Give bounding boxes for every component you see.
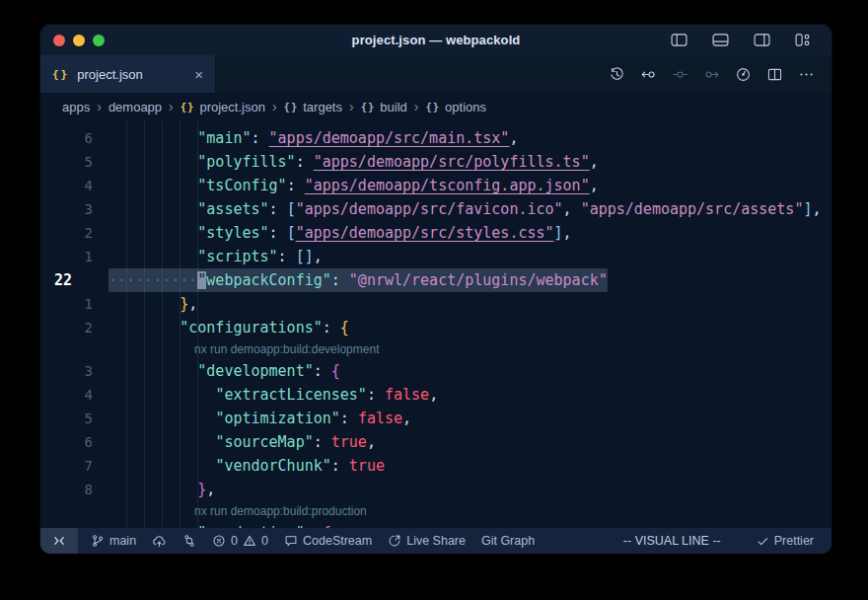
code-line[interactable]: 2 "configurations": {	[40, 316, 832, 339]
tab-bar: {} project.json ×	[40, 55, 832, 93]
line-number: 4	[85, 174, 93, 197]
status-item-problems[interactable]: 00	[204, 528, 276, 554]
breadcrumb-label: demoapp	[108, 100, 162, 114]
code-line[interactable]: 1 },	[40, 292, 832, 316]
customize-layout-button[interactable]	[790, 27, 817, 53]
more-actions-button[interactable]	[793, 61, 820, 88]
code-line[interactable]: 8 },	[40, 478, 832, 501]
line-number-gutter[interactable]: 7	[40, 454, 108, 478]
current-change-button[interactable]	[667, 61, 693, 88]
line-number-gutter[interactable]: 4	[40, 174, 108, 197]
panel-left-button[interactable]	[666, 27, 692, 53]
line-number-gutter[interactable]: 3	[40, 359, 108, 383]
breadcrumb-item-options[interactable]: {}options	[425, 100, 486, 114]
breadcrumb-item-project-json[interactable]: {}project.json	[181, 100, 265, 114]
breadcrumb-separator: ›	[97, 99, 102, 114]
status-item-git-branch[interactable]: main	[83, 528, 144, 554]
tab-project-json[interactable]: {} project.json ×	[40, 55, 215, 93]
code-text: "development": {	[108, 359, 340, 383]
line-number-gutter[interactable]: 4	[40, 383, 108, 407]
code-line[interactable]: 1 "scripts": [],	[40, 245, 832, 268]
code-text: "configurations": {	[108, 316, 349, 339]
line-number-gutter[interactable]: 2	[40, 221, 108, 245]
status-label: Prettier	[774, 534, 814, 548]
line-number-gutter[interactable]: 6	[40, 126, 108, 150]
line-number: 5	[85, 150, 93, 174]
panel-bottom-button[interactable]	[707, 27, 734, 53]
line-number-gutter[interactable]: 2	[40, 316, 108, 339]
status-label: 0	[261, 534, 268, 548]
line-number-gutter[interactable]: 6	[40, 430, 108, 454]
line-number-gutter[interactable]: 22	[40, 268, 108, 292]
code-line[interactable]: 4 "tsConfig": "apps/demoapp/tsconfig.app…	[40, 174, 832, 197]
breadcrumb-separator: ›	[349, 99, 354, 114]
line-number-gutter[interactable]: 5	[40, 407, 108, 430]
comment-icon	[284, 534, 298, 548]
cloud-upload-icon	[152, 534, 167, 549]
status-item-git-compare[interactable]	[175, 528, 204, 554]
line-number-gutter[interactable]: 5	[40, 150, 108, 174]
editor[interactable]: 6 "main": "apps/demoapp/src/main.tsx",5 …	[40, 120, 832, 528]
code-line[interactable]: 6 "main": "apps/demoapp/src/main.tsx",	[40, 126, 832, 150]
previous-change-button[interactable]	[635, 61, 662, 88]
codelens-run-command[interactable]: nx run demoapp:build:production	[40, 501, 832, 521]
line-number: 3	[85, 197, 93, 221]
code-line[interactable]: 3 "assets": ["apps/demoapp/src/favicon.i…	[40, 197, 832, 221]
line-number: 6	[85, 126, 93, 150]
code-text: "polyfills": "apps/demoapp/src/polyfills…	[108, 150, 599, 174]
codelens-run-command[interactable]: nx run demoapp:build:development	[40, 339, 832, 359]
status-label: Live Share	[406, 534, 466, 548]
status-item-live-share[interactable]: Live Share	[380, 528, 473, 554]
line-number: 1	[85, 292, 93, 316]
timeline-icon	[735, 66, 752, 83]
code-line-current[interactable]: 22··········"webpackConfig": "@nrwl/reac…	[40, 268, 832, 292]
code-text: "extractLicenses": false,	[108, 383, 438, 407]
breadcrumb-item-targets[interactable]: {}targets	[284, 100, 342, 114]
status-item-codestream[interactable]: CodeStream	[276, 528, 380, 554]
line-number: 9	[85, 521, 93, 528]
status-right: -- VISUAL LINE --Prettier	[615, 534, 822, 548]
breadcrumb-item-demoapp[interactable]: demoapp	[108, 100, 162, 114]
history-button[interactable]	[604, 61, 630, 88]
status-item-git-graph[interactable]: Git Graph	[473, 528, 542, 554]
code-line[interactable]: 5 "polyfills": "apps/demoapp/src/polyfil…	[40, 150, 832, 174]
split-editor-button[interactable]	[761, 61, 788, 88]
code-line[interactable]: 4 "extractLicenses": false,	[40, 383, 832, 407]
status-label: Git Graph	[481, 534, 535, 548]
zoom-window-button[interactable]	[93, 35, 105, 46]
line-number-gutter[interactable]: 9	[40, 521, 108, 528]
code-line[interactable]: 3 "development": {	[40, 359, 832, 383]
timeline-button[interactable]	[730, 61, 757, 88]
panel-right-button[interactable]	[749, 27, 775, 53]
code-line[interactable]: 2 "styles": ["apps/demoapp/src/styles.cs…	[40, 221, 832, 245]
breadcrumb-item-build[interactable]: {}build	[361, 100, 407, 114]
status-item-vim-mode[interactable]: -- VISUAL LINE --	[615, 534, 729, 548]
line-number-gutter[interactable]: 1	[40, 245, 108, 268]
code-line[interactable]: 9 "production": {	[40, 521, 832, 528]
code-line[interactable]: 5 "optimization": false,	[40, 407, 832, 430]
json-brackets-icon: {}	[361, 101, 376, 112]
line-number-gutter[interactable]: 1	[40, 292, 108, 316]
next-change-button[interactable]	[698, 61, 725, 88]
breadcrumb-label: build	[380, 100, 406, 114]
breadcrumb-label: targets	[303, 100, 342, 114]
line-number: 1	[85, 245, 93, 268]
error-icon	[212, 534, 226, 548]
status-item-remote-indicator[interactable]	[40, 528, 78, 554]
code-text: "sourceMap": true,	[108, 430, 376, 454]
code-line[interactable]: 6 "sourceMap": true,	[40, 430, 832, 454]
line-number-gutter[interactable]: 3	[40, 197, 108, 221]
line-number-gutter[interactable]: 8	[40, 478, 108, 501]
line-number: 4	[85, 383, 93, 407]
code-line[interactable]: 7 "vendorChunk": true	[40, 454, 832, 478]
close-window-button[interactable]	[53, 35, 65, 46]
code-text: "assets": ["apps/demoapp/src/favicon.ico…	[108, 197, 822, 221]
check-icon	[757, 535, 769, 548]
minimize-window-button[interactable]	[73, 35, 85, 46]
status-item-publish-changes[interactable]	[144, 528, 175, 554]
breadcrumb-item-apps[interactable]: apps	[62, 100, 90, 114]
line-number: 6	[85, 430, 93, 454]
status-item-prettier[interactable]: Prettier	[749, 534, 822, 548]
status-label: CodeStream	[303, 534, 372, 548]
close-tab-icon[interactable]: ×	[194, 67, 203, 82]
